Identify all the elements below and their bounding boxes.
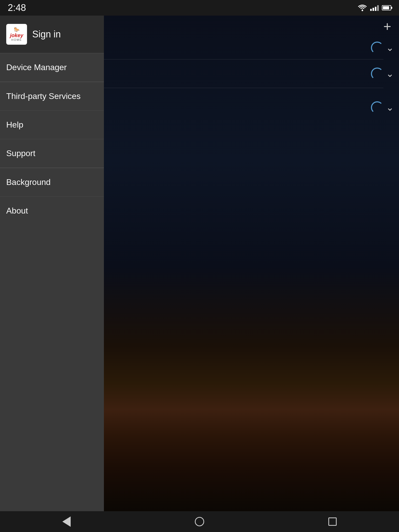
add-button[interactable]: + [383, 20, 391, 33]
sidebar-item-help[interactable]: Help [0, 111, 104, 139]
loading-item-2: ⌄ [371, 68, 394, 80]
content-area: + ⌄ ⌄ ⌄ [104, 16, 399, 511]
drawer-header[interactable]: 🐎 jokey HOME Sign in [0, 16, 104, 53]
app-logo: 🐎 jokey HOME [6, 24, 27, 45]
svg-point-0 [362, 10, 363, 11]
sidebar-item-third-party-services[interactable]: Third-party Services [0, 82, 104, 111]
status-bar: 2:48 [0, 0, 399, 16]
signal-icon [370, 5, 379, 11]
logo-horse-icon: 🐎 [10, 27, 23, 32]
divider-2 [104, 88, 383, 88]
sidebar-item-device-manager[interactable]: Device Manager [0, 53, 104, 82]
back-button[interactable] [56, 511, 77, 532]
spinner-2 [371, 68, 383, 80]
recents-button[interactable] [322, 511, 343, 532]
drawer: 🐎 jokey HOME Sign in Device Manager Thir… [0, 16, 104, 511]
spinner-1 [371, 42, 383, 54]
sidebar-item-support[interactable]: Support [0, 139, 104, 168]
status-time: 2:48 [8, 2, 26, 13]
wifi-icon [358, 4, 367, 11]
status-icons [358, 4, 391, 11]
sidebar-item-about[interactable]: About [0, 197, 104, 225]
logo-home-text: HOME [10, 38, 23, 41]
logo-jokey-text: jokey [10, 32, 23, 38]
divider-1 [104, 59, 383, 59]
loading-item-1: ⌄ [371, 42, 394, 54]
back-icon [62, 516, 71, 527]
home-icon [195, 517, 204, 526]
sidebar-item-background[interactable]: Background [0, 168, 104, 197]
battery-icon [382, 5, 391, 10]
spinner-3 [371, 101, 383, 114]
nav-bar [0, 511, 399, 532]
chevron-down-icon-3[interactable]: ⌄ [386, 103, 394, 112]
chevron-down-icon-1[interactable]: ⌄ [386, 43, 394, 52]
recents-icon [328, 517, 337, 526]
loading-item-3: ⌄ [371, 101, 394, 114]
sign-in-label[interactable]: Sign in [32, 29, 61, 40]
chevron-down-icon-2[interactable]: ⌄ [386, 69, 394, 78]
home-button[interactable] [189, 511, 210, 532]
